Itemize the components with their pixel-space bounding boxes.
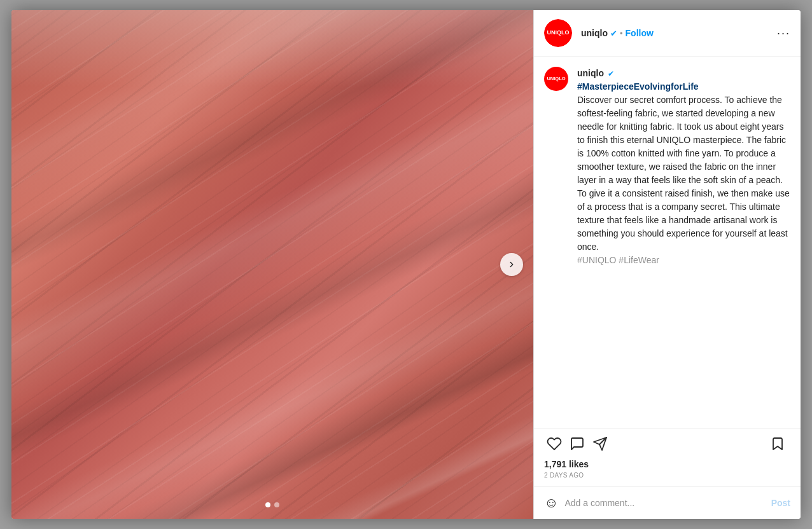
emoji-button[interactable]: ☺ — [544, 495, 558, 511]
image-panel — [11, 10, 533, 519]
header-verified-icon: ✔ — [610, 29, 617, 38]
post-image — [11, 10, 533, 519]
caption-username[interactable]: uniqlo — [577, 68, 604, 78]
caption-hashtag[interactable]: #MasterpieceEvolvingforLife — [577, 81, 699, 92]
paper-plane-icon — [592, 436, 608, 451]
post-header: UNI QLO uniqlo ✔ • Follow ··· — [534, 10, 801, 57]
comment-input[interactable] — [564, 498, 771, 508]
caption-avatar[interactable]: UNI QLO — [544, 67, 568, 91]
caption-block: UNI QLO uniqlo ✔ #MasterpieceEvolvingfor… — [544, 67, 790, 267]
caption-body: Discover our secret comfort process. To … — [577, 95, 790, 252]
dot-2[interactable] — [274, 502, 279, 507]
post-comment-button[interactable]: Post — [771, 498, 790, 508]
header-info: uniqlo ✔ • Follow — [581, 28, 772, 38]
right-panel: UNI QLO uniqlo ✔ • Follow ··· UNI QLO un… — [533, 10, 801, 519]
follow-button[interactable]: Follow — [626, 28, 654, 38]
header-logo: UNI QLO — [544, 19, 572, 47]
caption-hashtags-footer[interactable]: #UNIQLO #LifeWear — [577, 255, 659, 265]
post-modal: UNI QLO uniqlo ✔ • Follow ··· UNI QLO un… — [11, 10, 801, 519]
actions-bar: 1,791 likes 2 days ago — [534, 428, 801, 486]
caption-text-block: uniqlo ✔ #MasterpieceEvolvingforLife Dis… — [577, 67, 790, 267]
heart-icon — [547, 436, 562, 451]
caption-verified-icon: ✔ — [608, 69, 614, 78]
like-button[interactable] — [544, 434, 564, 454]
save-button[interactable] — [767, 434, 788, 454]
chevron-right-icon — [507, 260, 516, 269]
comment-input-area: ☺ Post — [534, 486, 801, 519]
comment-icon — [570, 436, 585, 451]
dot-1[interactable] — [265, 502, 270, 507]
action-icons-row — [544, 434, 790, 454]
image-dots — [265, 502, 279, 507]
post-timestamp: 2 days ago — [544, 472, 790, 479]
header-avatar[interactable]: UNI QLO — [544, 19, 572, 47]
share-button[interactable] — [590, 434, 610, 454]
bookmark-icon — [770, 436, 785, 451]
comment-button[interactable] — [567, 434, 587, 454]
header-username[interactable]: uniqlo — [581, 28, 608, 38]
likes-count: 1,791 likes — [544, 459, 790, 469]
post-content: UNI QLO uniqlo ✔ #MasterpieceEvolvingfor… — [534, 57, 801, 428]
header-separator: • — [620, 29, 623, 38]
more-options-button[interactable]: ··· — [777, 27, 790, 40]
next-image-button[interactable] — [500, 253, 523, 276]
